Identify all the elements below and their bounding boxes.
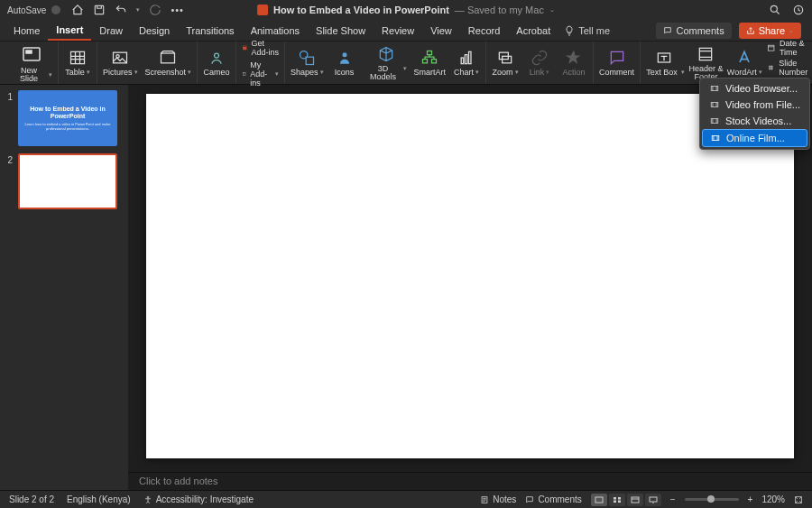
tab-insert[interactable]: Insert xyxy=(48,21,91,41)
my-addins-button[interactable]: My Add-ins▾ xyxy=(242,60,279,88)
share-dropdown[interactable]: ⌄ xyxy=(789,27,794,34)
svg-rect-11 xyxy=(243,72,245,75)
comments-button[interactable]: Comments xyxy=(656,23,731,39)
tab-record[interactable]: Record xyxy=(460,22,508,40)
tell-me[interactable]: Tell me xyxy=(564,25,610,36)
video-from-file-item[interactable]: Video from File... xyxy=(702,97,807,113)
normal-view-button[interactable] xyxy=(591,494,607,506)
tabs-right: Comments Share ⌄ xyxy=(656,23,807,39)
stock-videos-item[interactable]: Stock Videos... xyxy=(702,113,807,129)
online-film-item[interactable]: Online Film... xyxy=(702,129,807,147)
notes-toggle[interactable]: Notes xyxy=(480,494,516,504)
new-slide-button[interactable]: New Slide▾ xyxy=(11,43,52,83)
svg-rect-40 xyxy=(650,497,657,502)
smartart-button[interactable]: SmartArt xyxy=(414,49,447,77)
comment-bubble-icon xyxy=(525,495,534,504)
slideshow-view-button[interactable] xyxy=(645,494,661,506)
more-icon[interactable]: ••• xyxy=(171,5,184,15)
textbox-button[interactable]: Text Box▾ xyxy=(646,49,683,77)
tab-design[interactable]: Design xyxy=(131,22,178,40)
table-button[interactable]: Table▾ xyxy=(64,49,91,77)
zoom-slider[interactable] xyxy=(685,498,739,501)
home-icon[interactable] xyxy=(71,4,84,16)
svg-point-9 xyxy=(215,53,219,58)
cameo-button[interactable]: Cameo xyxy=(203,49,230,77)
sorter-view-button[interactable] xyxy=(609,494,625,506)
redo-icon[interactable] xyxy=(149,4,161,16)
shapes-icon xyxy=(298,49,316,67)
save-status: — Saved to my Mac xyxy=(455,5,544,15)
zoom-level[interactable]: 120% xyxy=(761,494,785,504)
reading-view-button[interactable] xyxy=(627,494,643,506)
undo-dropdown[interactable]: ▾ xyxy=(136,6,140,14)
autosave-toggle[interactable]: AutoSave xyxy=(7,5,60,15)
tab-view[interactable]: View xyxy=(422,22,460,40)
powerpoint-icon xyxy=(257,5,268,15)
accessibility-icon xyxy=(143,495,152,504)
comments-label: Comments xyxy=(676,25,724,36)
screenshot-button[interactable]: Screenshot▾ xyxy=(145,49,192,77)
slide-indicator[interactable]: Slide 2 of 2 xyxy=(9,494,54,504)
tab-transitions[interactable]: Transitions xyxy=(178,22,242,40)
slide-thumb-2[interactable] xyxy=(18,153,117,209)
language-indicator[interactable]: English (Kenya) xyxy=(67,494,131,504)
accessibility-indicator[interactable]: Accessibility: Investigate xyxy=(143,494,254,504)
shapes-button[interactable]: Shapes▾ xyxy=(291,49,324,77)
history-icon[interactable] xyxy=(792,4,805,16)
zoom-out-button[interactable]: − xyxy=(670,494,676,504)
3d-models-button[interactable]: 3D Models▾ xyxy=(365,45,407,81)
new-slide-icon xyxy=(21,43,42,65)
cube-icon xyxy=(377,45,395,63)
wordart-icon xyxy=(735,49,753,67)
search-icon[interactable] xyxy=(769,4,781,16)
svg-rect-20 xyxy=(469,51,472,63)
svg-rect-19 xyxy=(465,55,467,64)
main-area: 1 How to Embed a Video in PowerPoint Lea… xyxy=(0,85,812,490)
comment-button[interactable]: Comment xyxy=(599,49,634,77)
autosave-switch-off[interactable] xyxy=(51,5,60,14)
hash-icon xyxy=(767,63,775,72)
fit-to-window-icon[interactable] xyxy=(794,495,803,504)
slide-canvas[interactable] xyxy=(146,94,794,458)
svg-rect-10 xyxy=(243,46,246,49)
film-icon xyxy=(709,100,720,109)
pictures-button[interactable]: Pictures▾ xyxy=(103,49,138,77)
chart-button[interactable]: Chart▾ xyxy=(453,49,480,77)
get-addins-button[interactable]: Get Add-ins xyxy=(242,39,279,57)
textbox-icon xyxy=(655,49,673,67)
film-icon xyxy=(710,134,721,143)
tab-home[interactable]: Home xyxy=(5,22,48,40)
svg-rect-17 xyxy=(432,60,437,63)
thumb1-sub: Learn how to embed a video in PowerPoint… xyxy=(22,122,114,131)
slide-thumb-1[interactable]: How to Embed a Video in PowerPoint Learn… xyxy=(18,90,117,146)
slidenumber-button[interactable]: Slide Number xyxy=(767,59,812,77)
save-icon[interactable] xyxy=(93,4,106,16)
tab-review[interactable]: Review xyxy=(374,22,422,40)
datetime-button[interactable]: Date & Time xyxy=(767,39,812,57)
title-bar: AutoSave ▾ ••• How to Embed a Video in P… xyxy=(0,0,812,20)
tab-slideshow[interactable]: Slide Show xyxy=(308,22,374,40)
tab-draw[interactable]: Draw xyxy=(91,22,131,40)
svg-rect-15 xyxy=(428,51,432,55)
store-icon xyxy=(242,43,247,52)
film-icon xyxy=(709,84,720,93)
wordart-button[interactable]: WordArt▾ xyxy=(729,49,760,77)
tab-acrobat[interactable]: Acrobat xyxy=(508,22,558,40)
document-title[interactable]: How to Embed a Video in PowerPoint — Sav… xyxy=(257,5,555,15)
video-browser-item[interactable]: Video Browser... xyxy=(702,80,807,97)
header-footer-button[interactable]: Header & Footer xyxy=(690,45,722,81)
comments-toggle[interactable]: Comments xyxy=(525,494,581,504)
undo-icon[interactable] xyxy=(115,4,127,16)
tab-animations[interactable]: Animations xyxy=(243,22,308,40)
link-button[interactable]: Link▾ xyxy=(526,49,553,77)
share-button[interactable]: Share ⌄ xyxy=(739,23,801,39)
action-button[interactable]: Action xyxy=(560,49,587,77)
ribbon: New Slide▾ Table▾ Pictures▾ Screenshot▾ … xyxy=(0,42,812,85)
notes-placeholder[interactable]: Click to add notes xyxy=(128,472,812,490)
zoom-thumb[interactable] xyxy=(707,495,715,503)
zoom-button[interactable]: Zoom▾ xyxy=(492,49,519,77)
svg-rect-29 xyxy=(711,103,718,107)
title-dropdown[interactable]: ⌄ xyxy=(549,6,555,14)
zoom-in-button[interactable]: + xyxy=(748,494,753,504)
icons-button[interactable]: Icons xyxy=(331,49,358,77)
